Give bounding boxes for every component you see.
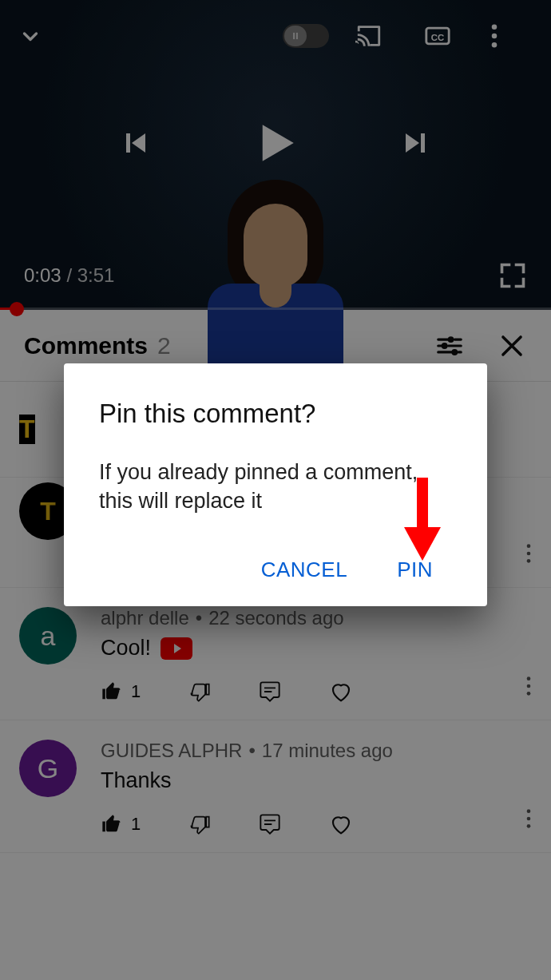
svg-rect-19 [417, 478, 428, 532]
svg-marker-20 [404, 527, 441, 561]
cancel-button[interactable]: CANCEL [261, 557, 347, 582]
annotation-arrow-icon [404, 478, 441, 565]
dialog-message: If you already pinned a comment, this wi… [99, 458, 452, 516]
dialog-title: Pin this comment? [99, 399, 452, 429]
